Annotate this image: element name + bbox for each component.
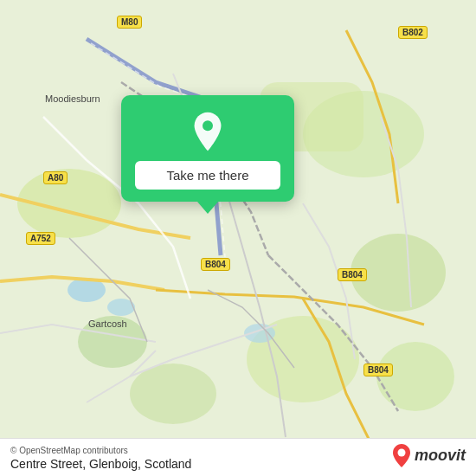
osm-copyright: © OpenStreetMap contributors — [10, 446, 128, 455]
road-label-m80: M80 — [117, 16, 142, 29]
location-pin-icon — [187, 111, 228, 152]
moovit-pin-icon — [392, 443, 411, 467]
place-label-gartcosh: Gartcosh — [88, 318, 127, 329]
road-label-b804-3: B804 — [363, 363, 393, 376]
road-label-b802: B802 — [398, 26, 428, 39]
road-label-a752: A752 — [26, 232, 55, 245]
popup-card: Take me there — [121, 95, 294, 202]
take-me-there-button[interactable]: Take me there — [135, 161, 280, 190]
svg-point-5 — [130, 363, 216, 424]
road-label-a80: A80 — [43, 171, 68, 184]
moovit-logo: moovit — [392, 443, 466, 467]
map-container: M80 M73 A80 A752 B802 B804 B804 B804 Moo… — [0, 0, 476, 476]
svg-point-6 — [376, 342, 454, 411]
place-label-moodiesburn: Moodiesburn — [45, 93, 100, 104]
svg-point-12 — [203, 120, 213, 131]
map-background — [0, 0, 476, 476]
road-label-b804-2: B804 — [338, 268, 367, 281]
moovit-text: moovit — [415, 447, 466, 465]
road-label-b804-1: B804 — [201, 258, 230, 271]
svg-point-13 — [397, 449, 405, 457]
